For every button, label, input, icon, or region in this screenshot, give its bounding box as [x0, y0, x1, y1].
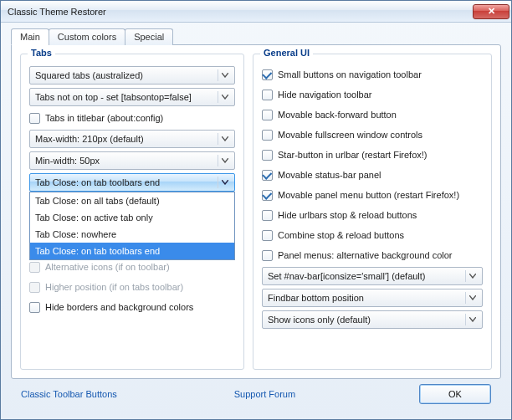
checkbox-movable-panelmenu[interactable]	[262, 190, 273, 201]
label-movable-statusbar: Movable status-bar panel	[278, 170, 381, 180]
row-movable-statusbar: Movable status-bar panel	[262, 166, 483, 183]
checkbox-hide-borders[interactable]	[29, 302, 40, 313]
tab-main[interactable]: Main	[11, 28, 49, 45]
group-general-ui: General UI Small buttons on navigation t…	[253, 54, 492, 370]
label-hide-borders: Hide borders and background colors	[45, 302, 193, 312]
select-min-width-value: Min-width: 50px	[35, 156, 100, 166]
dropdown-tab-close: Tab Close: on all tabs (default) Tab Clo…	[29, 192, 235, 260]
label-higher-pos: Higher position (if on tabs toolbar)	[45, 282, 183, 292]
select-navbar-iconsize-value: Set #nav-bar[iconsize='small'] (default)	[268, 271, 426, 281]
label-alt-icons: Alternative icons (if on toolbar)	[45, 262, 170, 272]
label-tabs-titlebar: Tabs in titlebar (about:config)	[45, 113, 163, 123]
window-title: Classic Theme Restorer	[8, 7, 473, 17]
checkbox-panel-altbg[interactable]	[262, 250, 273, 261]
tab-custom-colors[interactable]: Custom colors	[49, 28, 125, 45]
group-tabs: Tabs Squared tabs (australized) Tabs not…	[20, 54, 244, 370]
link-support-forum[interactable]: Support Forum	[234, 389, 295, 399]
tabstrip: Main Custom colors Special	[11, 28, 501, 45]
label-movable-backfwd: Movable back-forward button	[278, 110, 397, 120]
tab-special[interactable]: Special	[125, 28, 173, 45]
label-movable-fullscreen: Movable fullscreen window controls	[278, 130, 422, 140]
option-tab-close-active[interactable]: Tab Close: on active tab only	[30, 209, 234, 226]
footer: Classic Toolbar Buttons Support Forum OK	[11, 379, 501, 412]
label-hide-nav: Hide navigation toolbar	[278, 90, 372, 100]
chevron-down-icon	[218, 133, 231, 145]
row-star-urlbar: Star-button in urlbar (restart Firefox!)	[262, 146, 483, 163]
close-icon: ✕	[488, 6, 495, 17]
row-movable-backfwd: Movable back-forward button	[262, 106, 483, 123]
select-tab-close-value: Tab Close: on tab toolbars end	[35, 177, 160, 187]
chevron-down-icon	[218, 155, 231, 166]
row-higher-pos: Higher position (if on tabs toolbar)	[29, 279, 235, 295]
select-tabs-position-value: Tabs not on top - set [tabsontop=false]	[35, 92, 192, 102]
tab-panel: Tabs Squared tabs (australized) Tabs not…	[11, 44, 501, 379]
row-hide-borders: Hide borders and background colors	[29, 299, 235, 315]
checkbox-movable-backfwd[interactable]	[262, 110, 273, 120]
dialog-window: Classic Theme Restorer ✕ Main Custom col…	[0, 0, 512, 420]
row-movable-panelmenu: Movable panel menu button (restart Firef…	[262, 187, 483, 203]
label-movable-panelmenu: Movable panel menu button (restart Firef…	[278, 190, 459, 200]
select-tabs-position[interactable]: Tabs not on top - set [tabsontop=false]	[29, 88, 235, 106]
select-navbar-iconsize[interactable]: Set #nav-bar[iconsize='small'] (default)	[262, 267, 483, 285]
titlebar: Classic Theme Restorer ✕	[1, 1, 511, 23]
ok-button[interactable]: OK	[419, 384, 491, 404]
option-tab-close-toolbars-end[interactable]: Tab Close: on tab toolbars end	[30, 243, 234, 259]
checkbox-small-buttons[interactable]	[262, 69, 273, 80]
chevron-down-icon	[218, 91, 231, 103]
row-hide-nav: Hide navigation toolbar	[262, 86, 483, 103]
chevron-down-icon	[465, 292, 479, 304]
row-panel-altbg: Panel menus: alternative background colo…	[262, 247, 483, 264]
close-button[interactable]: ✕	[473, 4, 509, 19]
row-combine-stopreload: Combine stop & reload buttons	[262, 227, 483, 243]
row-small-buttons: Small buttons on navigation toolbar	[262, 66, 483, 83]
label-hide-stopreload: Hide urlbars stop & reload buttons	[278, 210, 417, 220]
label-star-urlbar: Star-button in urlbar (restart Firefox!)	[278, 150, 428, 160]
row-tabs-titlebar: Tabs in titlebar (about:config)	[29, 110, 235, 126]
select-tab-style[interactable]: Squared tabs (australized)	[29, 66, 235, 85]
checkbox-movable-statusbar[interactable]	[262, 170, 273, 181]
select-show-icons-value: Show icons only (default)	[268, 315, 371, 325]
select-findbar-pos[interactable]: Findbar bottom position	[262, 289, 483, 307]
chevron-down-icon	[218, 177, 231, 188]
label-small-buttons: Small buttons on navigation toolbar	[278, 69, 422, 79]
option-tab-close-all[interactable]: Tab Close: on all tabs (default)	[30, 192, 234, 209]
checkbox-star-urlbar[interactable]	[262, 150, 273, 161]
select-show-icons[interactable]: Show icons only (default)	[262, 310, 483, 329]
checkbox-combine-stopreload[interactable]	[262, 230, 273, 241]
checkbox-tabs-titlebar[interactable]	[29, 113, 40, 124]
select-findbar-pos-value: Findbar bottom position	[268, 293, 364, 303]
chevron-down-icon	[465, 314, 479, 325]
checkbox-alt-icons	[29, 262, 40, 273]
ok-button-label: OK	[448, 389, 462, 399]
label-combine-stopreload: Combine stop & reload buttons	[278, 230, 404, 240]
group-general-legend: General UI	[260, 48, 313, 58]
group-tabs-legend: Tabs	[28, 48, 55, 58]
option-tab-close-nowhere[interactable]: Tab Close: nowhere	[30, 226, 234, 243]
label-panel-altbg: Panel menus: alternative background colo…	[278, 250, 453, 260]
checkbox-hide-stopreload[interactable]	[262, 210, 273, 221]
row-alt-icons: Alternative icons (if on toolbar)	[29, 259, 235, 275]
select-tab-style-value: Squared tabs (australized)	[35, 70, 143, 80]
select-max-width-value: Max-width: 210px (default)	[35, 134, 144, 144]
checkbox-higher-pos	[29, 282, 40, 293]
link-classic-toolbar-buttons[interactable]: Classic Toolbar Buttons	[21, 389, 117, 399]
select-min-width[interactable]: Min-width: 50px	[29, 151, 235, 170]
client-area: Main Custom colors Special Tabs Squared …	[1, 23, 511, 419]
checkbox-hide-nav[interactable]	[262, 90, 273, 100]
row-movable-fullscreen: Movable fullscreen window controls	[262, 126, 483, 143]
checkbox-movable-fullscreen[interactable]	[262, 130, 273, 141]
chevron-down-icon	[465, 270, 479, 282]
chevron-down-icon	[218, 69, 231, 81]
select-max-width[interactable]: Max-width: 210px (default)	[29, 130, 235, 148]
select-tab-close[interactable]: Tab Close: on tab toolbars end Tab Close…	[29, 173, 235, 192]
row-hide-stopreload: Hide urlbars stop & reload buttons	[262, 207, 483, 223]
